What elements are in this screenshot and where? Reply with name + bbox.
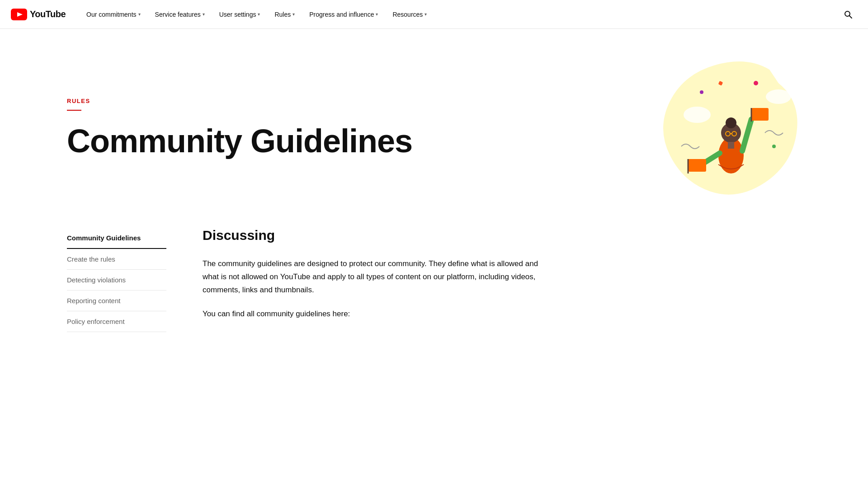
- rules-underline: [67, 110, 81, 111]
- nav-item-progress-and-influence[interactable]: Progress and influence ▾: [303, 7, 384, 22]
- hero-illustration: [656, 56, 801, 201]
- rules-label: RULES: [67, 98, 629, 104]
- logo-text: YouTube: [30, 9, 66, 19]
- nav-item-our-commitments[interactable]: Our commitments ▾: [80, 7, 146, 22]
- main-content: Community Guidelines Create the rules De…: [0, 228, 868, 368]
- svg-point-5: [766, 89, 791, 104]
- sidebar-item-community-guidelines[interactable]: Community Guidelines: [67, 228, 166, 249]
- illustration-svg: [656, 56, 801, 201]
- svg-rect-19: [688, 159, 706, 172]
- sidebar-item-create-the-rules[interactable]: Create the rules: [67, 249, 166, 270]
- article-section-title: Discussing: [203, 228, 546, 243]
- chevron-down-icon: ▾: [425, 12, 427, 17]
- search-button[interactable]: [839, 5, 857, 23]
- nav-item-service-features[interactable]: Service features ▾: [149, 7, 211, 22]
- main-nav: Our commitments ▾ Service features ▾ Use…: [80, 7, 459, 22]
- chevron-down-icon: ▾: [258, 12, 260, 17]
- youtube-logo-icon: [11, 9, 27, 20]
- svg-rect-21: [751, 108, 769, 121]
- page-title: Community Guidelines: [67, 123, 629, 159]
- sidebar-item-detecting-violations[interactable]: Detecting violations: [67, 270, 166, 291]
- search-icon: [844, 10, 853, 19]
- svg-rect-16: [728, 142, 734, 149]
- svg-point-12: [726, 117, 736, 128]
- sidebar: Community Guidelines Create the rules De…: [67, 228, 166, 332]
- nav-item-user-settings[interactable]: User settings ▾: [213, 7, 267, 22]
- sidebar-item-policy-enforcement[interactable]: Policy enforcement: [67, 311, 166, 332]
- logo[interactable]: YouTube: [11, 9, 66, 20]
- sidebar-item-reporting-content[interactable]: Reporting content: [67, 291, 166, 311]
- chevron-down-icon: ▾: [292, 12, 295, 17]
- svg-point-7: [700, 90, 703, 94]
- article-paragraph-1: The community guidelines are designed to…: [203, 258, 546, 297]
- svg-point-4: [684, 107, 711, 123]
- nav-item-resources[interactable]: Resources ▾: [386, 7, 433, 22]
- chevron-down-icon: ▾: [138, 12, 141, 17]
- svg-point-6: [754, 81, 758, 85]
- chevron-down-icon: ▾: [203, 12, 205, 17]
- svg-point-8: [772, 145, 776, 148]
- hero-section: RULES Community Guidelines: [0, 29, 868, 228]
- article-paragraph-2: You can find all community guidelines he…: [203, 308, 546, 321]
- hero-text: RULES Community Guidelines: [67, 98, 629, 159]
- header: YouTube Our commitments ▾ Service featur…: [0, 0, 868, 29]
- svg-line-3: [849, 15, 852, 18]
- chevron-down-icon: ▾: [376, 12, 378, 17]
- nav-item-rules[interactable]: Rules ▾: [268, 7, 301, 22]
- article: Discussing The community guidelines are …: [203, 228, 546, 332]
